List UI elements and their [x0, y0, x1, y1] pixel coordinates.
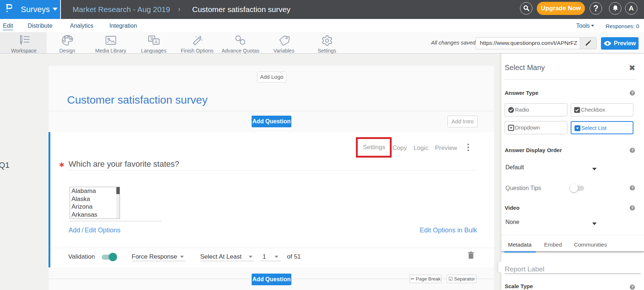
svg-text:文: 文 — [150, 36, 154, 41]
svg-text:A: A — [154, 39, 157, 45]
